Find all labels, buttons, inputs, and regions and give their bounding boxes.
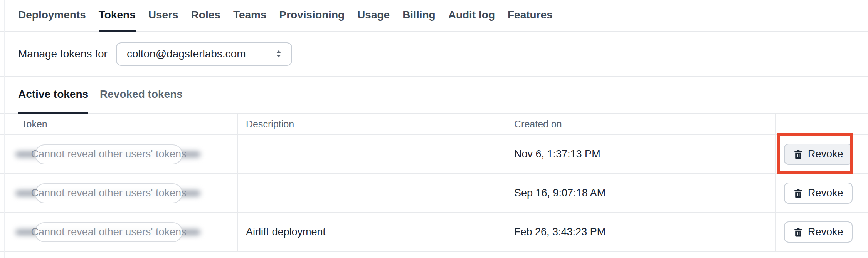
subtab-active-tokens[interactable]: Active tokens (18, 77, 88, 114)
tab-teams[interactable]: Teams (233, 0, 267, 32)
manage-tokens-label: Manage tokens for (18, 48, 108, 60)
user-select-value: colton@dagsterlabs.com (127, 48, 246, 60)
table-row: Cannot reveal other users' tokens Airlif… (0, 213, 868, 251)
tab-deployments[interactable]: Deployments (18, 0, 86, 32)
table-row: Cannot reveal other users' tokens Sep 16… (0, 174, 868, 213)
actions-cell: Revoke (776, 135, 868, 174)
manage-tokens-row: Manage tokens for colton@dagsterlabs.com (0, 32, 868, 77)
select-updown-caret-icon (274, 49, 284, 59)
tab-billing[interactable]: Billing (402, 0, 436, 32)
column-header-token: Token (0, 114, 238, 135)
table-row: Cannot reveal other users' tokens Nov 6,… (0, 135, 868, 174)
subtab-revoked-tokens[interactable]: Revoked tokens (100, 77, 183, 114)
user-select[interactable]: colton@dagsterlabs.com (116, 42, 292, 66)
token-hidden-pill: Cannot reveal other users' tokens (35, 144, 183, 164)
settings-tabbar: Deployments Tokens Users Roles Teams Pro… (0, 0, 868, 32)
revoke-button[interactable]: Revoke (784, 221, 853, 243)
token-cell: Cannot reveal other users' tokens (0, 135, 238, 174)
column-header-actions (776, 114, 868, 135)
token-cell: Cannot reveal other users' tokens (0, 213, 238, 251)
created-on-cell: Sep 16, 9:07:18 AM (506, 174, 776, 213)
tab-users[interactable]: Users (148, 0, 178, 32)
tab-tokens[interactable]: Tokens (99, 0, 136, 32)
tab-provisioning[interactable]: Provisioning (279, 0, 345, 32)
description-cell (238, 135, 506, 174)
tab-roles[interactable]: Roles (191, 0, 220, 32)
trash-icon (793, 149, 803, 159)
trash-icon (793, 227, 803, 237)
table-header-row: Token Description Created on (0, 114, 868, 135)
created-on-cell: Feb 26, 3:43:23 PM (506, 213, 776, 251)
description-cell: Airlift deployment (238, 213, 506, 251)
column-header-created-on: Created on (506, 114, 776, 135)
revoke-button-label: Revoke (808, 226, 843, 238)
tokens-table: Token Description Created on Cannot reve… (0, 114, 868, 252)
revoke-button[interactable]: Revoke (784, 144, 853, 165)
token-cell: Cannot reveal other users' tokens (0, 174, 238, 213)
tab-features[interactable]: Features (508, 0, 553, 32)
page-left-border (4, 0, 5, 258)
token-subtabs: Active tokens Revoked tokens (0, 77, 868, 114)
tab-audit-log[interactable]: Audit log (448, 0, 495, 32)
revoke-button-label: Revoke (808, 187, 843, 199)
created-on-cell: Nov 6, 1:37:13 PM (506, 135, 776, 174)
token-hidden-pill: Cannot reveal other users' tokens (35, 183, 183, 203)
revoke-button-label: Revoke (808, 148, 843, 160)
trash-icon (793, 188, 803, 198)
actions-cell: Revoke (776, 174, 868, 213)
column-header-description: Description (238, 114, 506, 135)
token-hidden-pill: Cannot reveal other users' tokens (35, 222, 183, 242)
description-cell (238, 174, 506, 213)
tab-usage[interactable]: Usage (357, 0, 390, 32)
actions-cell: Revoke (776, 213, 868, 251)
revoke-button[interactable]: Revoke (784, 183, 853, 204)
